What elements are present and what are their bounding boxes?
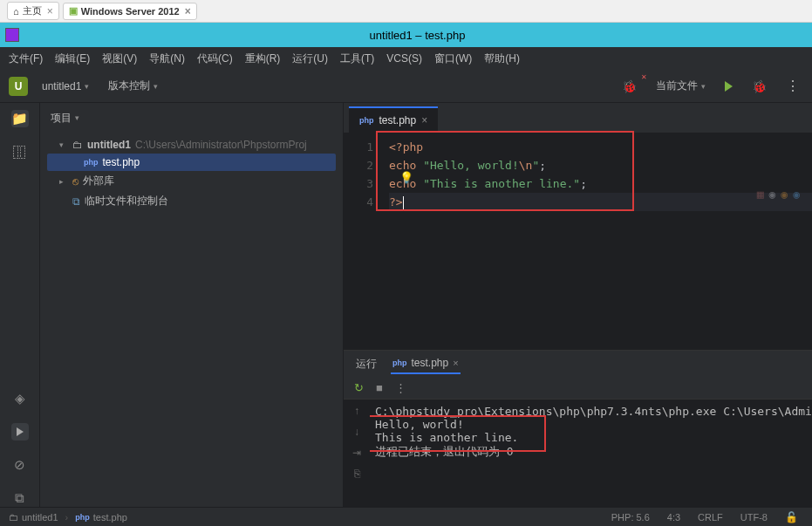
run-tab-label[interactable]: 运行	[354, 353, 379, 375]
bulb-icon[interactable]: 💡	[399, 168, 413, 187]
run-button[interactable]	[720, 79, 738, 93]
status-bar: 🗀 untitled1 › php test.php PHP: 5.6 4:3 …	[0, 507, 812, 526]
play-icon	[725, 81, 733, 92]
tree-scratch-label: 临时文件和控制台	[85, 194, 168, 208]
ps-icon[interactable]: ▦	[757, 185, 764, 203]
menu-code[interactable]: 代码(C)	[197, 51, 233, 66]
breadcrumb-project[interactable]: 🗀 untitled1	[9, 512, 58, 523]
tree-scratches[interactable]: ⧉ 临时文件和控制台	[47, 191, 336, 211]
highlight-box-output	[370, 415, 546, 452]
menu-bar: 文件(F) 编辑(E) 视图(V) 导航(N) 代码(C) 重构(R) 运行(U…	[0, 47, 812, 70]
run-body: ↑ ↓ ⇥ ⎘ C:\phpstudy_pro\Extensions\php\p…	[344, 400, 812, 507]
tree-external-libs[interactable]: ▸ ⎋ 外部库	[47, 171, 336, 191]
app-icon	[5, 28, 19, 42]
project-name: untitled1	[42, 80, 81, 92]
safari-icon[interactable]: ◉	[793, 185, 800, 203]
breadcrumb-separator: ›	[65, 512, 69, 523]
vcs-label: 版本控制	[108, 79, 150, 93]
project-badge[interactable]: U	[9, 77, 28, 96]
run-side-toolbar: ↑ ↓ ⇥ ⎘	[344, 400, 370, 507]
editor-body[interactable]: 1 2 3 4 💡 <?php echo "Hello, world!\n"; …	[344, 133, 812, 350]
tree-file-label: test.php	[103, 156, 140, 168]
project-panel-title: 项目	[51, 111, 72, 126]
editor-tab-label: test.php	[379, 114, 417, 126]
line-number: 3	[344, 174, 373, 193]
status-php-version[interactable]: PHP: 5.6	[606, 512, 655, 523]
vcs-selector[interactable]: 版本控制 ▾	[103, 77, 163, 95]
vm-tab-home[interactable]: ⌂ 主页 ×	[7, 2, 59, 20]
project-panel: 项目 ▾ ▾ 🗀 untitled1 C:\Users\Administrato…	[40, 103, 344, 507]
export-icon[interactable]: ⎘	[354, 468, 360, 480]
breadcrumb-file[interactable]: php test.php	[75, 512, 127, 523]
code-token: <?php	[389, 140, 423, 154]
breadcrumb-project-label: untitled1	[22, 512, 58, 523]
status-encoding[interactable]: UTF-8	[735, 512, 773, 523]
menu-run[interactable]: 运行(U)	[292, 51, 328, 66]
code-token: "This is another line."	[423, 177, 580, 190]
chrome-icon[interactable]: ◉	[769, 185, 776, 203]
menu-help[interactable]: 帮助(H)	[484, 51, 520, 66]
close-icon[interactable]: ×	[453, 358, 458, 368]
line-number: 1	[344, 138, 373, 156]
down-icon[interactable]: ↓	[354, 426, 359, 438]
status-line-ending[interactable]: CRLF	[693, 512, 728, 523]
home-icon: ⌂	[13, 6, 19, 17]
tree-root[interactable]: ▾ 🗀 untitled1 C:\Users\Administrator\Php…	[47, 136, 336, 154]
run-tool-icon[interactable]	[11, 423, 29, 441]
wrap-icon[interactable]: ⇥	[352, 447, 361, 459]
close-icon[interactable]: ×	[185, 5, 191, 17]
status-cursor-pos[interactable]: 4:3	[662, 512, 686, 523]
rerun-icon[interactable]: ↻	[354, 381, 364, 394]
vm-tab-server[interactable]: ▣ Windows Server 2012 ×	[63, 3, 197, 20]
firefox-icon[interactable]: ◉	[781, 185, 788, 203]
code-area[interactable]: 💡 <?php echo "Hello, world!\n"; echo "Th…	[380, 133, 812, 350]
project-panel-header[interactable]: 项目 ▾	[40, 103, 343, 133]
main-area: 📁 ⿲ ◈ ⊘ ⧉ 项目 ▾ ▾ 🗀 untitled1 C:\Users\Ad…	[0, 103, 812, 507]
menu-navigate[interactable]: 导航(N)	[149, 51, 185, 66]
debug-button[interactable]: 🐞	[747, 78, 772, 95]
more-button[interactable]: ⋮	[781, 76, 803, 96]
menu-vcs[interactable]: VCS(S)	[386, 52, 422, 65]
breadcrumb-file-label: test.php	[93, 512, 127, 523]
chevron-down-icon: ▾	[75, 113, 79, 122]
php-file-icon: php	[75, 513, 90, 522]
menu-window[interactable]: 窗口(W)	[434, 51, 472, 66]
debug-error-icon[interactable]: 🐞	[617, 78, 642, 95]
services-icon[interactable]: ◈	[11, 390, 29, 407]
editor-tab-test[interactable]: php test.php ×	[349, 106, 438, 133]
lock-icon[interactable]: 🔓	[780, 511, 803, 523]
stop-icon[interactable]: ■	[376, 381, 383, 394]
code-token: ;	[580, 177, 587, 190]
tree-file-test[interactable]: php test.php	[47, 154, 336, 171]
monitor-icon: ▣	[69, 5, 78, 17]
project-tree: ▾ 🗀 untitled1 C:\Users\Administrator\Php…	[40, 133, 343, 215]
project-selector[interactable]: untitled1 ▾	[37, 79, 94, 94]
more-icon[interactable]: ⋮	[395, 381, 405, 394]
editor-column: php test.php × 1 2 3 4 💡 <?php echo "Hel…	[344, 103, 812, 507]
terminal-icon[interactable]: ⧉	[11, 489, 29, 507]
run-tab-file[interactable]: php test.php ×	[391, 353, 461, 374]
toolbar: U untitled1 ▾ 版本控制 ▾ 🐞 当前文件 ▾ 🐞 ⋮	[0, 70, 812, 103]
menu-view[interactable]: 视图(V)	[102, 51, 137, 66]
structure-icon[interactable]: ⿲	[11, 143, 29, 161]
up-icon[interactable]: ↑	[354, 405, 359, 417]
run-config-selector[interactable]: 当前文件 ▾	[651, 77, 711, 95]
menu-tools[interactable]: 工具(T)	[340, 51, 374, 66]
library-icon: ⎋	[72, 175, 78, 188]
folder-icon: 🗀	[9, 512, 18, 523]
close-icon[interactable]: ×	[421, 114, 427, 126]
php-file-icon: php	[84, 158, 99, 167]
tree-root-path: C:\Users\Administrator\PhpstormProj	[135, 139, 307, 151]
menu-edit[interactable]: 编辑(E)	[55, 51, 90, 66]
problems-icon[interactable]: ⊘	[11, 456, 29, 474]
chevron-down-icon: ▾	[85, 82, 89, 91]
menu-file[interactable]: 文件(F)	[9, 51, 43, 66]
vm-tab-home-label: 主页	[23, 4, 42, 17]
code-token: ;	[539, 159, 546, 172]
chevron-down-icon: ▾	[154, 82, 158, 91]
close-icon[interactable]: ×	[47, 5, 53, 17]
run-console[interactable]: C:\phpstudy_pro\Extensions\php\php7.3.4n…	[370, 400, 812, 507]
menu-refactor[interactable]: 重构(R)	[245, 51, 281, 66]
chevron-down-icon: ▾	[59, 140, 68, 149]
project-tool-icon[interactable]: 📁	[11, 110, 29, 127]
